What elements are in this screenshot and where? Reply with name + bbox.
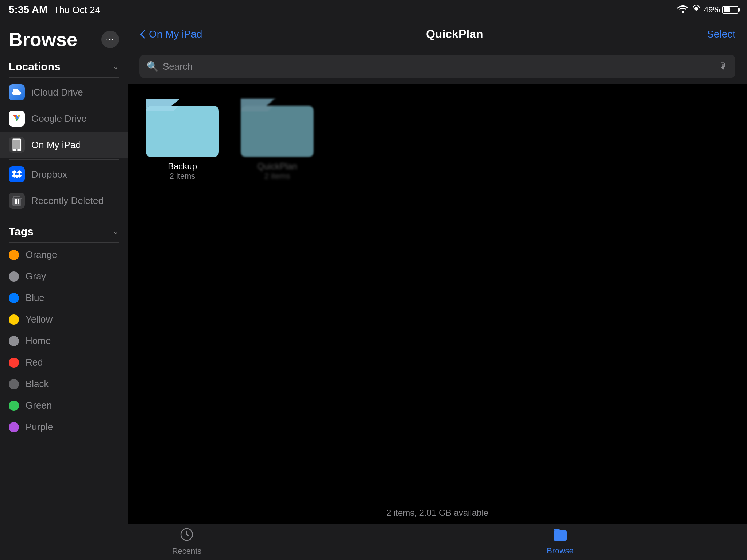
wifi-icon [677,4,689,16]
recently-deleted-label: Recently Deleted [31,195,104,206]
folder-quickplan[interactable]: QuickPlan 2 items [237,99,317,181]
purple-label: Purple [26,421,53,433]
main-content: On My iPad QuickPlan Select 🔍 Search 🎙 [128,20,747,524]
backup-folder-icon [146,99,219,157]
quickplan-folder-icon [241,99,314,157]
recently-deleted-icon [9,193,25,209]
sidebar-item-orange[interactable]: Orange [0,244,128,266]
quickplan-folder-name: QuickPlan [257,161,297,171]
tags-chevron-icon: ⌄ [112,227,119,236]
svg-rect-6 [12,198,22,199]
yellow-tag-dot [9,314,19,325]
tab-bar: Recents Browse [0,524,747,560]
dropbox-icon [9,166,25,182]
tags-section-header: Tags ⌄ [0,220,128,241]
nav-title: QuickPlan [426,27,483,41]
browse-tab-label: Browse [547,546,573,556]
orange-tag-dot [9,250,19,260]
app-container: Browse ··· Locations ⌄ iCloud Drive [0,20,747,524]
gray-tag-dot [9,271,19,282]
locations-chevron-icon: ⌄ [112,62,119,72]
sidebar-item-ipad[interactable]: On My iPad [0,132,128,158]
microphone-icon[interactable]: 🎙 [719,61,728,72]
bottom-status-text: 2 items, 2.01 GB available [386,508,488,518]
icloud-icon [9,84,25,100]
tags-title: Tags [9,225,34,238]
black-label: Black [26,378,49,390]
tab-browse[interactable]: Browse [374,529,747,556]
sidebar-item-red[interactable]: Red [0,352,128,373]
more-button[interactable]: ··· [101,31,119,48]
ipad-icon [9,137,25,153]
status-date: Thu Oct 24 [53,4,100,16]
black-tag-dot [9,379,19,389]
select-button[interactable]: Select [707,28,735,40]
battery-percent: 49% [704,5,720,15]
sidebar-item-gray[interactable]: Gray [0,266,128,287]
more-dots-icon: ··· [106,35,115,44]
home-tag-dot [9,336,19,346]
folder-backup[interactable]: Backup 2 items [142,99,222,181]
svg-point-1 [694,7,698,11]
google-icon [9,111,25,127]
back-button[interactable]: On My iPad [139,28,202,40]
sidebar-item-green[interactable]: Green [0,395,128,416]
sidebar-item-yellow[interactable]: Yellow [0,309,128,330]
icloud-label: iCloud Drive [31,87,83,98]
green-label: Green [26,400,52,411]
tags-divider [9,242,119,243]
svg-point-4 [16,149,18,151]
dropbox-label: Dropbox [31,169,67,180]
sidebar-item-google[interactable]: Google Drive [0,105,128,132]
sidebar-item-recently-deleted[interactable]: Recently Deleted [0,188,128,214]
tab-recents[interactable]: Recents [0,528,374,556]
status-bar: 5:35 AM Thu Oct 24 49% [0,0,747,20]
locations-title: Locations [9,61,61,73]
search-container: 🔍 Search 🎙 [128,49,747,84]
sidebar-item-icloud[interactable]: iCloud Drive [0,79,128,105]
nav-bar: On My iPad QuickPlan Select [128,20,747,49]
locations-section-header: Locations ⌄ [0,55,128,76]
battery-container: 49% [704,5,738,15]
sidebar-item-home[interactable]: Home [0,330,128,352]
sidebar-item-purple[interactable]: Purple [0,416,128,438]
browse-folder-icon [553,529,568,544]
status-time: 5:35 AM [9,4,47,16]
backup-folder-name: Backup [168,161,197,171]
search-placeholder: Search [163,61,714,72]
browse-title: Browse [9,28,77,50]
blue-tag-dot [9,293,19,303]
sidebar-item-black[interactable]: Black [0,373,128,395]
svg-point-0 [682,11,684,13]
google-label: Google Drive [31,113,87,124]
bottom-status: 2 items, 2.01 GB available [128,502,747,524]
recents-label: Recents [172,547,202,556]
gray-label: Gray [26,271,46,282]
sidebar-header: Browse ··· [0,20,128,55]
search-bar[interactable]: 🔍 Search 🎙 [139,55,735,78]
backup-folder-count: 2 items [170,171,196,181]
red-tag-dot [9,358,19,368]
red-label: Red [26,357,43,368]
locations-divider [9,77,119,78]
home-label: Home [26,335,51,347]
signal-icon [693,4,700,16]
battery-icon [722,6,738,14]
green-tag-dot [9,401,19,411]
ipad-divider [9,159,119,160]
back-label: On My iPad [149,28,202,40]
ipad-label: On My iPad [31,139,81,151]
svg-rect-3 [13,140,20,149]
sidebar-item-blue[interactable]: Blue [0,287,128,309]
orange-label: Orange [26,249,57,260]
file-grid: Backup 2 items QuickPlan 2 items [128,84,747,502]
sidebar: Browse ··· Locations ⌄ iCloud Drive [0,20,128,524]
purple-tag-dot [9,422,19,432]
yellow-label: Yellow [26,314,53,325]
status-icons: 49% [677,4,738,16]
clock-icon [180,528,193,544]
quickplan-folder-count: 2 items [264,171,290,181]
search-icon: 🔍 [147,61,158,72]
sidebar-item-dropbox[interactable]: Dropbox [0,161,128,188]
blue-label: Blue [26,292,44,304]
